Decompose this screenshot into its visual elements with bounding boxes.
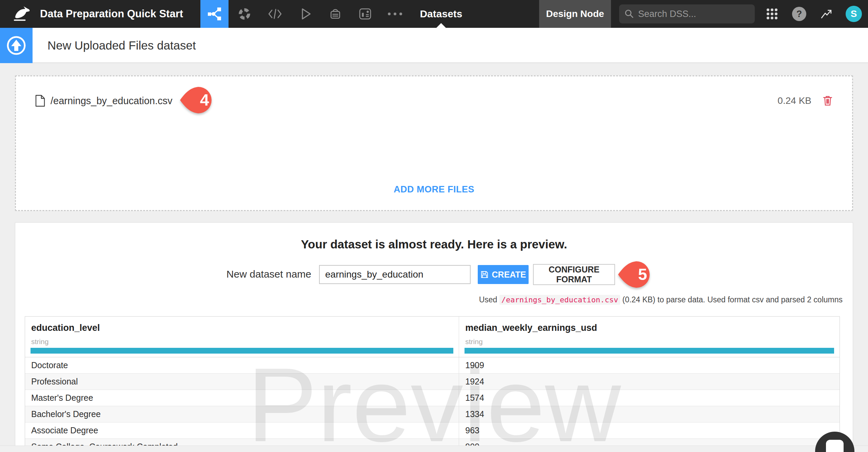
cell-earnings: 1909 <box>459 357 840 373</box>
file-icon <box>35 95 45 107</box>
dss-app: Data Preparation Quick Start <box>0 0 868 452</box>
preview-table: education_level string median_weekly_ear… <box>25 316 840 452</box>
active-tab-caret <box>436 23 446 28</box>
column-name: education_level <box>31 323 459 333</box>
apps-grid-icon[interactable] <box>762 0 782 28</box>
dataset-name-input[interactable] <box>319 265 471 284</box>
play-icon[interactable] <box>296 0 315 28</box>
save-icon <box>480 270 489 279</box>
annotation-callout-5: 5 <box>617 259 657 290</box>
table-header-row: education_level string median_weekly_ear… <box>25 317 840 357</box>
cell-earnings: 1574 <box>459 390 840 406</box>
cell-education-level: Associate Degree <box>25 422 459 438</box>
trash-icon <box>823 95 832 106</box>
svg-text:5: 5 <box>638 265 647 283</box>
upload-dropzone[interactable]: /earnings_by_education.csv 4 0.24 KB ADD… <box>15 75 853 211</box>
help-glyph: ? <box>796 9 802 19</box>
create-button[interactable]: CREATE <box>478 265 529 284</box>
add-more-files-wrap: ADD MORE FILES <box>16 184 852 195</box>
uploaded-file-row: /earnings_by_education.csv 4 0.24 KB <box>35 89 832 113</box>
file-size: 0.24 KB <box>777 95 811 106</box>
column-type: string <box>465 338 482 346</box>
svg-text:4: 4 <box>200 91 209 109</box>
table-row: Doctorate 1909 <box>25 357 840 374</box>
cell-earnings: 963 <box>459 422 840 438</box>
table-row: Master's Degree 1574 <box>25 390 840 406</box>
help-icon[interactable]: ? <box>789 0 809 28</box>
table-row: Associate Degree 963 <box>25 422 840 439</box>
dataset-name-label: New dataset name <box>198 268 311 280</box>
code-icon[interactable] <box>265 0 285 28</box>
flow-icon[interactable] <box>200 0 229 28</box>
lab-icon[interactable] <box>235 0 254 28</box>
delete-file-button[interactable] <box>823 95 832 106</box>
jobs-icon[interactable] <box>326 0 345 28</box>
preview-heading: Your dataset is almost ready. Here is a … <box>15 238 853 251</box>
page-title: New Uploaded Files dataset <box>47 28 196 63</box>
horizontal-scrollbar[interactable] <box>0 446 868 452</box>
table-row: Bachelor's Degree 1334 <box>25 406 840 422</box>
preview-panel: Your dataset is almost ready. Here is a … <box>15 222 853 452</box>
column-type: string <box>31 338 48 346</box>
annotation-callout-4: 4 <box>179 84 219 116</box>
design-node-button[interactable]: Design Node <box>539 0 611 28</box>
create-label: CREATE <box>492 270 526 280</box>
cell-education-level: Master's Degree <box>25 390 459 406</box>
cell-earnings: 1334 <box>459 406 840 422</box>
global-search[interactable] <box>619 4 755 23</box>
add-more-files-button[interactable]: ADD MORE FILES <box>394 184 474 194</box>
column-name: median_weekly_earnings_usd <box>465 323 840 333</box>
uploaded-files-dataset-icon <box>0 28 33 63</box>
column-quality-bar <box>465 348 834 354</box>
upload-arrow-icon <box>5 35 27 56</box>
cell-earnings: 1924 <box>459 374 840 390</box>
column-header-median-weekly-earnings: median_weekly_earnings_usd string <box>459 317 840 357</box>
project-title: Data Preparation Quick Start <box>40 0 183 28</box>
dashboard-icon[interactable] <box>355 0 375 28</box>
dataiku-bird-logo[interactable] <box>10 0 32 28</box>
column-header-education-level: education_level string <box>25 317 459 357</box>
column-quality-bar <box>31 348 453 354</box>
user-avatar[interactable]: S <box>846 6 862 22</box>
dataset-name-form: New dataset name CREATE CONFIGURE FORMAT… <box>15 265 853 285</box>
search-input[interactable] <box>638 9 743 19</box>
parse-info-line: Used /earnings_by_education.csv (0.24 KB… <box>479 295 843 304</box>
table-row: Professional 1924 <box>25 374 840 390</box>
chat-bubble-icon <box>826 440 844 452</box>
more-dots-icon[interactable] <box>385 0 405 28</box>
trending-icon[interactable] <box>816 0 836 28</box>
page-header: New Uploaded Files dataset <box>0 28 868 63</box>
search-icon <box>625 9 634 19</box>
cell-education-level: Doctorate <box>25 357 459 373</box>
parsed-file-code: /earnings_by_education.csv <box>499 295 620 305</box>
cell-education-level: Professional <box>25 374 459 390</box>
configure-format-button[interactable]: CONFIGURE FORMAT <box>533 264 615 285</box>
uploaded-file-name: /earnings_by_education.csv <box>51 95 173 107</box>
cell-education-level: Bachelor's Degree <box>25 406 459 422</box>
top-navbar: Data Preparation Quick Start <box>0 0 868 28</box>
